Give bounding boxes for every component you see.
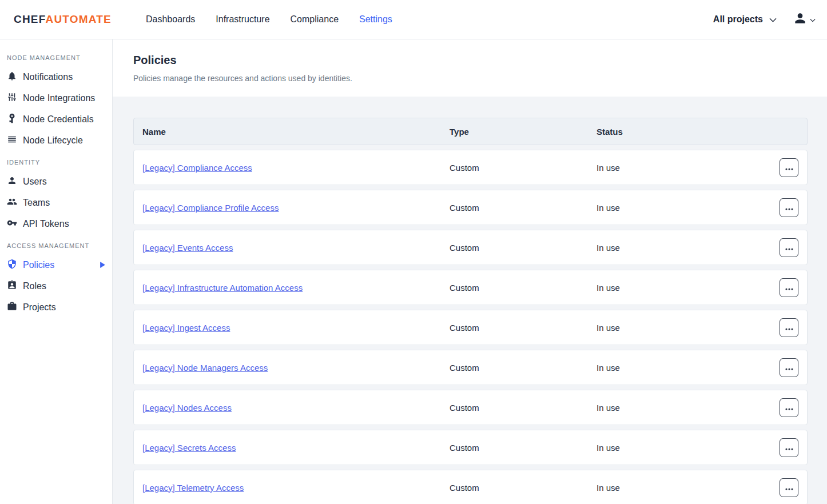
- row-menu-button[interactable]: [780, 478, 798, 497]
- table-body: [Legacy] Compliance Access Custom In use…: [133, 150, 808, 504]
- ellipsis-icon: [785, 443, 793, 452]
- chef-automate-logo[interactable]: CHEFAUTOMATE: [14, 13, 112, 26]
- sidebar-section-node-management: NODE MANAGEMENT: [0, 46, 112, 66]
- policy-type-cell: Custom: [450, 163, 597, 173]
- list-icon: [7, 134, 17, 147]
- row-menu-button[interactable]: [780, 238, 798, 257]
- policy-name-link[interactable]: [Legacy] Infrastructure Automation Acces…: [142, 283, 303, 293]
- badge-icon: [7, 280, 17, 293]
- policy-name-link[interactable]: [Legacy] Ingest Access: [142, 323, 230, 333]
- ellipsis-icon: [785, 163, 793, 172]
- policy-type-cell: Custom: [450, 243, 597, 253]
- nav-settings[interactable]: Settings: [359, 14, 392, 25]
- logo-automate-text: AUTOMATE: [45, 13, 112, 25]
- settings-sidebar: NODE MANAGEMENT Notifications Node Integ…: [0, 39, 113, 504]
- policy-name-cell: [Legacy] Compliance Profile Access: [134, 203, 450, 213]
- policy-name-link[interactable]: [Legacy] Node Managers Access: [142, 363, 268, 373]
- topbar-right: All projects: [713, 11, 816, 28]
- main-content: Policies Policies manage the resources a…: [113, 39, 827, 504]
- policy-name-cell: [Legacy] Infrastructure Automation Acces…: [134, 283, 450, 293]
- nav-infrastructure[interactable]: Infrastructure: [216, 14, 269, 25]
- policy-name-cell: [Legacy] Telemetry Access: [134, 483, 450, 493]
- table-row: [Legacy] Ingest Access Custom In use: [133, 310, 808, 345]
- table-row: [Legacy] Compliance Profile Access Custo…: [133, 190, 808, 225]
- user-avatar-icon: [793, 11, 808, 28]
- briefcase-icon: [7, 301, 17, 314]
- column-header-status: Status: [597, 127, 807, 137]
- projects-filter-dropdown[interactable]: All projects: [713, 14, 777, 25]
- nav-compliance[interactable]: Compliance: [291, 14, 339, 25]
- nav-dashboards[interactable]: Dashboards: [146, 14, 195, 25]
- table-row: [Legacy] Events Access Custom In use: [133, 230, 808, 265]
- sidebar-item-node-integrations[interactable]: Node Integrations: [0, 87, 112, 109]
- policy-status-cell: In use: [597, 203, 780, 213]
- sidebar-item-label: Node Credentials: [23, 114, 94, 125]
- ellipsis-icon: [785, 283, 793, 292]
- triangle-right-icon: [100, 262, 105, 268]
- sidebar-item-label: Notifications: [23, 72, 73, 82]
- policy-type-cell: Custom: [450, 363, 597, 373]
- table-row: [Legacy] Telemetry Access Custom In use: [133, 470, 808, 504]
- shield-icon: [7, 259, 17, 271]
- policy-name-link[interactable]: [Legacy] Telemetry Access: [142, 483, 244, 493]
- bell-icon: [7, 71, 17, 83]
- ellipsis-icon: [785, 363, 793, 372]
- ellipsis-icon: [785, 203, 793, 212]
- sidebar-item-policies[interactable]: Policies: [0, 254, 112, 275]
- policy-type-cell: Custom: [450, 443, 597, 453]
- policy-name-cell: [Legacy] Events Access: [134, 243, 450, 253]
- sidebar-section-identity: IDENTITY: [0, 151, 112, 171]
- table-row: [Legacy] Compliance Access Custom In use: [133, 150, 808, 185]
- ellipsis-icon: [785, 403, 793, 412]
- policy-status-cell: In use: [597, 243, 780, 253]
- row-menu-button[interactable]: [780, 358, 798, 377]
- sidebar-item-teams[interactable]: Teams: [0, 192, 112, 213]
- sidebar-item-users[interactable]: Users: [0, 171, 112, 192]
- key-icon: [7, 218, 17, 230]
- column-header-name: Name: [134, 127, 450, 137]
- ellipsis-icon: [785, 243, 793, 252]
- sidebar-item-api-tokens[interactable]: API Tokens: [0, 213, 112, 234]
- policy-name-link[interactable]: [Legacy] Compliance Access: [142, 163, 252, 173]
- user-menu[interactable]: [793, 11, 816, 28]
- table-row: [Legacy] Nodes Access Custom In use: [133, 390, 808, 425]
- sidebar-item-node-lifecycle[interactable]: Node Lifecycle: [0, 130, 112, 151]
- row-menu-button[interactable]: [780, 158, 798, 177]
- chevron-down-icon: [769, 14, 777, 25]
- policy-name-cell: [Legacy] Node Managers Access: [134, 363, 450, 373]
- group-icon: [7, 197, 17, 209]
- sidebar-item-label: Projects: [23, 302, 56, 313]
- page-header: Policies Policies manage the resources a…: [113, 39, 827, 97]
- sidebar-item-notifications[interactable]: Notifications: [0, 66, 112, 87]
- ellipsis-icon: [785, 483, 793, 492]
- table-row: [Legacy] Node Managers Access Custom In …: [133, 350, 808, 385]
- policy-status-cell: In use: [597, 283, 780, 293]
- sidebar-item-label: Node Lifecycle: [23, 135, 83, 146]
- key-vertical-icon: [7, 113, 17, 126]
- sidebar-item-roles[interactable]: Roles: [0, 275, 112, 297]
- sidebar-section-access-management: ACCESS MANAGEMENT: [0, 234, 112, 254]
- policy-type-cell: Custom: [450, 483, 597, 493]
- primary-nav: Dashboards Infrastructure Compliance Set…: [146, 14, 392, 25]
- policy-name-link[interactable]: [Legacy] Events Access: [142, 243, 233, 253]
- policy-name-link[interactable]: [Legacy] Compliance Profile Access: [142, 203, 279, 213]
- policy-status-cell: In use: [597, 363, 780, 373]
- sidebar-item-label: Teams: [23, 198, 50, 208]
- table-row: [Legacy] Secrets Access Custom In use: [133, 430, 808, 465]
- row-menu-button[interactable]: [780, 198, 798, 217]
- sliders-icon: [7, 92, 17, 105]
- row-menu-button[interactable]: [780, 438, 798, 457]
- row-menu-button[interactable]: [780, 398, 798, 417]
- row-menu-button[interactable]: [780, 318, 798, 337]
- policy-name-link[interactable]: [Legacy] Secrets Access: [142, 443, 236, 453]
- sidebar-item-projects[interactable]: Projects: [0, 297, 112, 318]
- sidebar-item-node-credentials[interactable]: Node Credentials: [0, 109, 112, 130]
- policy-name-link[interactable]: [Legacy] Nodes Access: [142, 403, 232, 413]
- ellipsis-icon: [785, 323, 793, 332]
- person-icon: [7, 175, 17, 188]
- policy-name-cell: [Legacy] Nodes Access: [134, 403, 450, 413]
- sidebar-item-label: Node Integrations: [23, 93, 95, 103]
- policy-type-cell: Custom: [450, 323, 597, 333]
- row-menu-button[interactable]: [780, 278, 798, 297]
- policy-type-cell: Custom: [450, 203, 597, 213]
